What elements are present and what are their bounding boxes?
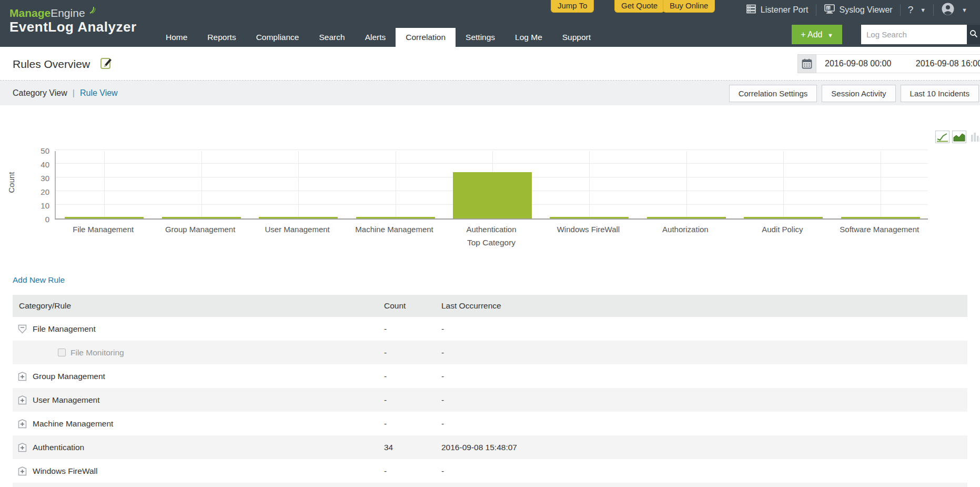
last-occurrence-value: - xyxy=(441,412,444,435)
tab-support[interactable]: Support xyxy=(552,28,601,47)
date-from: 2016-09-08 00:00 xyxy=(825,59,891,68)
gridline xyxy=(56,163,928,164)
table-row-group-management[interactable]: Group Management-- xyxy=(13,364,967,388)
rule-checkbox[interactable] xyxy=(58,349,66,356)
add-button[interactable]: + Add ▼ xyxy=(792,25,842,44)
listener-port-button[interactable]: Listener Port xyxy=(739,4,816,16)
edit-icon[interactable] xyxy=(100,57,113,72)
y-tick-label: 30 xyxy=(26,174,49,183)
gridline-vertical xyxy=(881,151,881,218)
avatar-icon xyxy=(941,2,955,18)
gridline-vertical xyxy=(298,151,299,218)
chart-bar-group-management[interactable] xyxy=(162,217,241,218)
table-row-file-management[interactable]: File Management-- xyxy=(13,317,967,341)
page-title-bar: Rules Overview 2016-09-08 00:00 2016-09-… xyxy=(0,47,980,80)
view-separator: | xyxy=(73,88,75,98)
expand-icon[interactable] xyxy=(18,395,27,407)
calendar-icon[interactable] xyxy=(797,54,816,73)
chart-bar-audit-policy[interactable] xyxy=(744,217,823,218)
rules-table: Category/RuleCountLast Occurrence File M… xyxy=(13,295,967,487)
chevron-down-icon: ▼ xyxy=(962,7,967,13)
expand-icon[interactable] xyxy=(18,372,27,383)
table-body: File Management--File Monitoring--Group … xyxy=(13,317,967,483)
last-occurrence-value: 2016-09-08 15:48:07 xyxy=(441,435,517,459)
x-axis-label: User Management xyxy=(249,225,346,234)
view-rule-view[interactable]: Rule View xyxy=(80,88,118,98)
help-icon: ? xyxy=(908,4,914,16)
table-row-windows-firewall[interactable]: Windows FireWall-- xyxy=(13,459,967,483)
top-category-chart: Count 01020304050 File ManagementGroup M… xyxy=(0,105,980,269)
chart-plot-area xyxy=(55,151,928,220)
view-category-view[interactable]: Category View xyxy=(13,88,67,98)
x-axis-label: Audit Policy xyxy=(734,225,831,234)
last-occurrence-value: - xyxy=(441,364,444,388)
y-tick-label: 40 xyxy=(26,160,49,169)
brand-gray-text: Engine xyxy=(50,7,85,19)
x-axis-label: Software Management xyxy=(831,225,928,234)
search-button[interactable] xyxy=(967,25,980,44)
tab-search[interactable]: Search xyxy=(309,28,355,47)
last-10-incidents-button[interactable]: Last 10 Incidents xyxy=(901,85,979,102)
x-axis-label: Machine Management xyxy=(346,225,442,234)
x-axis-labels: File ManagementGroup ManagementUser Mana… xyxy=(55,225,928,235)
x-axis-label: Group Management xyxy=(151,225,248,234)
tab-home[interactable]: Home xyxy=(156,28,197,47)
chart-bar-user-management[interactable] xyxy=(259,217,338,218)
tab-alerts[interactable]: Alerts xyxy=(355,28,396,47)
category-rule-label: Windows FireWall xyxy=(33,459,97,483)
tab-compliance[interactable]: Compliance xyxy=(246,28,309,47)
chart-bar-authorization[interactable] xyxy=(647,217,726,218)
chevron-down-icon: ▼ xyxy=(827,32,833,38)
table-row-file-monitoring[interactable]: File Monitoring-- xyxy=(13,341,967,364)
table-row-partial xyxy=(13,483,967,487)
collapse-icon[interactable] xyxy=(18,324,27,336)
count-value: - xyxy=(384,388,387,412)
y-tick-label: 10 xyxy=(26,201,49,210)
x-axis-label: Authentication xyxy=(443,225,540,234)
log-search-input[interactable] xyxy=(861,25,967,44)
table-header: Category/RuleCountLast Occurrence xyxy=(13,295,967,317)
promo-tab-buy-online[interactable]: Buy Online xyxy=(663,0,715,13)
chart-bar-machine-management[interactable] xyxy=(356,217,435,218)
brand-logo[interactable]: ManageEngine EventLog Analyzer xyxy=(9,4,137,35)
expand-icon[interactable] xyxy=(18,466,27,478)
table-row-user-management[interactable]: User Management-- xyxy=(13,388,967,412)
line-chart-icon[interactable] xyxy=(935,131,949,143)
view-toolbar: Category View|Rule View Correlation Sett… xyxy=(0,80,980,105)
tab-settings[interactable]: Settings xyxy=(456,28,505,47)
date-range-picker[interactable]: 2016-09-08 00:00 2016-09-08 16:00 xyxy=(797,54,980,73)
tab-correlation[interactable]: Correlation xyxy=(396,28,456,47)
chart-bar-authentication[interactable] xyxy=(453,172,532,218)
tab-reports[interactable]: Reports xyxy=(197,28,246,47)
expand-icon[interactable] xyxy=(18,419,27,431)
gridline-vertical xyxy=(783,151,784,218)
last-occurrence-value: - xyxy=(441,388,444,412)
help-menu[interactable]: ? ▼ xyxy=(901,4,933,16)
syslog-viewer-button[interactable]: 01 Syslog Viewer xyxy=(816,4,900,16)
chart-bar-windows-firewall[interactable] xyxy=(550,217,629,218)
main-nav: HomeReportsComplianceSearchAlertsCorrela… xyxy=(156,28,601,47)
area-chart-icon[interactable] xyxy=(952,131,966,143)
svg-text:01: 01 xyxy=(826,6,831,10)
x-axis-label: Authorization xyxy=(637,225,734,234)
x-axis-label: Windows FireWall xyxy=(540,225,637,234)
tab-log-me[interactable]: Log Me xyxy=(505,28,552,47)
count-value: - xyxy=(384,364,387,388)
chart-bar-software-management[interactable] xyxy=(841,217,920,218)
chart-bar-file-management[interactable] xyxy=(65,217,144,218)
bar-chart-icon[interactable] xyxy=(969,131,980,143)
promo-tab-jump-to[interactable]: Jump To xyxy=(551,0,594,13)
gridline-vertical xyxy=(396,151,396,218)
expand-icon[interactable] xyxy=(18,443,27,454)
add-button-label: + Add xyxy=(801,30,822,39)
date-range-field[interactable]: 2016-09-08 00:00 2016-09-08 16:00 xyxy=(816,54,980,73)
session-activity-button[interactable]: Session Activity xyxy=(822,85,895,102)
add-new-rule-link[interactable]: Add New Rule xyxy=(13,275,65,285)
table-row-machine-management[interactable]: Machine Management-- xyxy=(13,412,967,435)
date-to: 2016-09-08 16:00 xyxy=(916,59,980,68)
user-menu[interactable]: ▼ xyxy=(934,2,975,18)
promo-tab-get-quote[interactable]: Get Quote xyxy=(614,0,664,13)
table-row-authentication[interactable]: Authentication342016-09-08 15:48:07 xyxy=(13,435,967,459)
correlation-settings-button[interactable]: Correlation Settings xyxy=(729,85,817,102)
x-axis-title: Top Category xyxy=(55,238,928,247)
